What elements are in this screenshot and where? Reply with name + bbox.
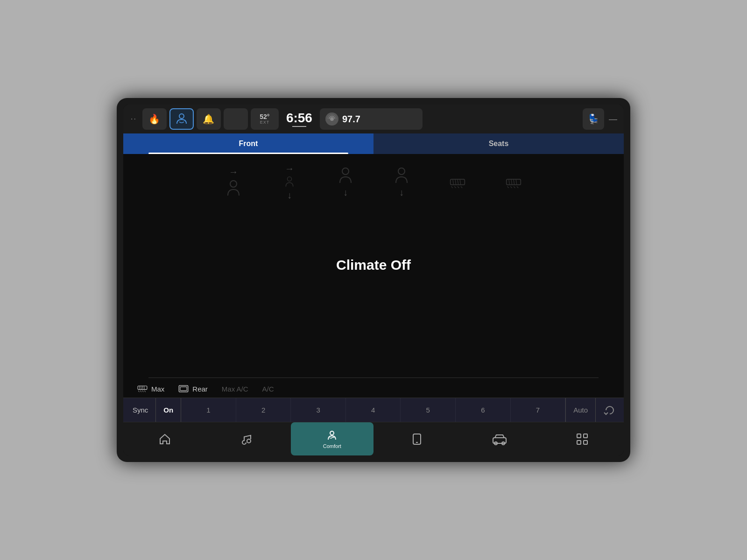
svg-point-1 — [330, 117, 334, 121]
recirculate-button[interactable] — [596, 398, 624, 422]
max-label: Max — [151, 385, 164, 393]
clock-time: 6:56 — [286, 112, 312, 125]
nav-car[interactable] — [458, 422, 541, 455]
vent-arrow-down-4: ↓ — [399, 187, 404, 198]
svg-line-9 — [458, 179, 458, 185]
car-icon — [492, 433, 507, 445]
svg-rect-33 — [584, 441, 587, 444]
max-defrost-icon — [137, 385, 148, 393]
defrost-icon-2 — [506, 174, 521, 190]
heated-seat-button[interactable]: 🔥 — [142, 108, 167, 130]
screen: ·· 🔥 🔔 52° E — [123, 105, 624, 455]
rear-button[interactable]: Rear — [178, 385, 208, 393]
person-vent-icon-3 — [337, 167, 354, 185]
vent-group-2[interactable]: → ↓ — [271, 163, 308, 201]
svg-line-20 — [144, 386, 144, 390]
person-vent-icon-4 — [393, 167, 410, 185]
vent-arrow-1: → — [229, 167, 238, 177]
nav-music[interactable] — [206, 422, 289, 455]
max-ac-label: Max A/C — [222, 385, 248, 393]
fan-auto-button[interactable]: Auto — [565, 398, 596, 422]
fan-speed-2-label: 2 — [261, 406, 265, 414]
fan-on-button[interactable]: On — [156, 398, 181, 422]
sync-label[interactable]: Sync — [123, 398, 156, 422]
tab-seats-label: Seats — [489, 140, 509, 148]
vent-group-4[interactable]: ↓ — [383, 163, 420, 201]
bottom-nav: Comfort — [123, 422, 624, 455]
ext-temp-display: 52° EXT — [251, 108, 279, 130]
clock-underline — [292, 126, 306, 127]
svg-line-18 — [141, 386, 141, 390]
apps-icon — [576, 433, 588, 445]
fan-speed-1[interactable]: 1 — [181, 398, 236, 422]
tab-front[interactable]: Front — [123, 133, 374, 154]
nav-comfort[interactable]: Comfort — [291, 422, 374, 455]
nav-apps[interactable] — [541, 422, 624, 455]
defrost-group-2[interactable] — [495, 163, 532, 201]
vent-group-3[interactable]: ↓ — [327, 163, 364, 201]
ac-label: A/C — [262, 385, 274, 393]
svg-rect-30 — [577, 434, 581, 438]
svg-point-2 — [230, 181, 237, 187]
tab-seats[interactable]: Seats — [374, 133, 624, 154]
divider-line — [148, 378, 599, 378]
quick-controls: Max Rear Max A/C A/C — [123, 380, 624, 398]
rear-label: Rear — [192, 385, 208, 393]
svg-point-23 — [247, 439, 251, 443]
fan-speed-3[interactable]: 3 — [291, 398, 346, 422]
person-icon — [175, 112, 188, 126]
temperature-label: EXT — [260, 120, 270, 125]
music-icon — [241, 433, 254, 445]
radio-area[interactable]: 97.7 — [320, 108, 423, 130]
fan-speed-5[interactable]: 5 — [401, 398, 456, 422]
status-bar: ·· 🔥 🔔 52° E — [123, 105, 624, 133]
extra-button[interactable] — [224, 108, 248, 130]
fan-speed-4-label: 4 — [371, 406, 375, 414]
dots-indicator: ·· — [128, 115, 140, 123]
notification-button[interactable]: 🔔 — [197, 108, 221, 130]
dash-separator: — — [607, 114, 619, 124]
ac-button[interactable]: A/C — [262, 385, 274, 393]
svg-line-19 — [142, 386, 143, 390]
defrost-icon-1 — [450, 174, 465, 190]
comfort-icon — [326, 429, 338, 441]
nav-home[interactable] — [123, 422, 206, 455]
recirculate-icon — [603, 404, 616, 417]
home-icon — [159, 433, 171, 445]
sync-text: Sync — [133, 406, 148, 414]
svg-point-3 — [287, 177, 291, 181]
max-defrost-button[interactable]: Max — [137, 385, 164, 393]
radio-icon — [325, 112, 338, 126]
rear-icon — [178, 385, 189, 393]
fan-speed-6[interactable]: 6 — [456, 398, 511, 422]
svg-rect-32 — [577, 441, 581, 444]
nav-phone[interactable] — [375, 422, 458, 455]
svg-point-0 — [179, 114, 184, 119]
radio-frequency: 97.7 — [342, 114, 360, 125]
screen-bezel: ·· 🔥 🔔 52° E — [117, 98, 630, 462]
svg-line-14 — [514, 179, 514, 185]
fan-speed-7[interactable]: 7 — [511, 398, 566, 422]
fan-speeds-container: 1 2 3 4 5 6 7 — [181, 398, 565, 422]
svg-line-13 — [511, 179, 512, 185]
fan-speed-1-label: 1 — [206, 406, 210, 414]
max-ac-button[interactable]: Max A/C — [222, 385, 248, 393]
svg-line-7 — [453, 179, 454, 185]
defrost-group-1[interactable] — [439, 163, 476, 201]
svg-line-15 — [516, 179, 517, 185]
radio-wave-icon — [327, 114, 337, 124]
clock-area: 6:56 — [282, 112, 317, 127]
svg-point-24 — [330, 431, 334, 435]
svg-line-17 — [139, 386, 140, 390]
climate-main-area: → → ↓ — [123, 154, 624, 376]
person-climate-button[interactable] — [169, 108, 194, 130]
fan-speed-2[interactable]: 2 — [236, 398, 291, 422]
phone-icon — [412, 433, 422, 445]
vent-group-1[interactable]: → — [215, 163, 252, 201]
seat-icon-button-right[interactable]: 💺 — [583, 108, 604, 130]
vent-arrow-down-3: ↓ — [343, 187, 348, 198]
tab-front-label: Front — [239, 140, 258, 148]
fan-speed-4[interactable]: 4 — [346, 398, 401, 422]
person-vent-icon-1 — [225, 179, 242, 198]
svg-point-4 — [342, 168, 349, 175]
